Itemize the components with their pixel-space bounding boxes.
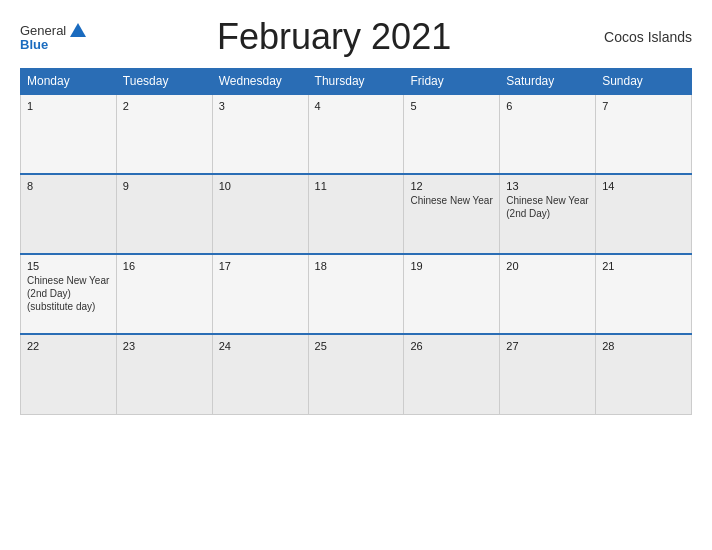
calendar-event: Chinese New Year xyxy=(410,194,493,207)
day-number: 3 xyxy=(219,100,302,112)
calendar-week-row: 1234567 xyxy=(21,94,692,174)
header-thursday: Thursday xyxy=(308,69,404,95)
calendar-week-row: 89101112Chinese New Year13Chinese New Ye… xyxy=(21,174,692,254)
header: General Blue February 2021 Cocos Islands xyxy=(20,16,692,58)
header-monday: Monday xyxy=(21,69,117,95)
calendar-day-cell: 25 xyxy=(308,334,404,414)
calendar-day-cell: 27 xyxy=(500,334,596,414)
calendar-day-cell: 18 xyxy=(308,254,404,334)
day-number: 16 xyxy=(123,260,206,272)
calendar-day-cell: 22 xyxy=(21,334,117,414)
calendar-day-cell: 2 xyxy=(116,94,212,174)
day-number: 27 xyxy=(506,340,589,352)
calendar-day-cell: 11 xyxy=(308,174,404,254)
day-number: 7 xyxy=(602,100,685,112)
calendar-day-cell: 17 xyxy=(212,254,308,334)
day-number: 15 xyxy=(27,260,110,272)
calendar-week-row: 15Chinese New Year(2nd Day)(substitute d… xyxy=(21,254,692,334)
calendar-day-cell: 26 xyxy=(404,334,500,414)
calendar-day-cell: 16 xyxy=(116,254,212,334)
region-label: Cocos Islands xyxy=(582,29,692,45)
calendar-day-cell: 21 xyxy=(596,254,692,334)
logo-blue-text: Blue xyxy=(20,38,48,51)
calendar-table: Monday Tuesday Wednesday Thursday Friday… xyxy=(20,68,692,415)
calendar-day-cell: 28 xyxy=(596,334,692,414)
calendar-week-row: 22232425262728 xyxy=(21,334,692,414)
calendar-event: (2nd Day) xyxy=(27,287,110,300)
day-number: 12 xyxy=(410,180,493,192)
day-number: 20 xyxy=(506,260,589,272)
day-number: 5 xyxy=(410,100,493,112)
header-tuesday: Tuesday xyxy=(116,69,212,95)
calendar-day-cell: 7 xyxy=(596,94,692,174)
day-number: 6 xyxy=(506,100,589,112)
day-number: 23 xyxy=(123,340,206,352)
calendar-day-cell: 3 xyxy=(212,94,308,174)
page: General Blue February 2021 Cocos Islands… xyxy=(0,0,712,550)
day-number: 19 xyxy=(410,260,493,272)
day-number: 8 xyxy=(27,180,110,192)
day-number: 14 xyxy=(602,180,685,192)
calendar-day-cell: 12Chinese New Year xyxy=(404,174,500,254)
day-number: 21 xyxy=(602,260,685,272)
header-saturday: Saturday xyxy=(500,69,596,95)
calendar-event: Chinese New Year xyxy=(27,274,110,287)
day-number: 4 xyxy=(315,100,398,112)
calendar-day-cell: 1 xyxy=(21,94,117,174)
day-number: 22 xyxy=(27,340,110,352)
logo-triangle-icon xyxy=(70,23,86,37)
day-number: 25 xyxy=(315,340,398,352)
calendar-event: Chinese New Year xyxy=(506,194,589,207)
header-wednesday: Wednesday xyxy=(212,69,308,95)
calendar-day-cell: 10 xyxy=(212,174,308,254)
calendar-day-cell: 13Chinese New Year(2nd Day) xyxy=(500,174,596,254)
weekday-header-row: Monday Tuesday Wednesday Thursday Friday… xyxy=(21,69,692,95)
day-number: 17 xyxy=(219,260,302,272)
day-number: 10 xyxy=(219,180,302,192)
day-number: 9 xyxy=(123,180,206,192)
logo-general-text: General xyxy=(20,24,66,37)
calendar-event: (substitute day) xyxy=(27,300,110,313)
day-number: 24 xyxy=(219,340,302,352)
day-number: 28 xyxy=(602,340,685,352)
day-number: 13 xyxy=(506,180,589,192)
calendar-title: February 2021 xyxy=(86,16,582,58)
logo: General Blue xyxy=(20,23,86,51)
calendar-event: (2nd Day) xyxy=(506,207,589,220)
day-number: 26 xyxy=(410,340,493,352)
calendar-day-cell: 4 xyxy=(308,94,404,174)
header-friday: Friday xyxy=(404,69,500,95)
calendar-day-cell: 23 xyxy=(116,334,212,414)
calendar-day-cell: 20 xyxy=(500,254,596,334)
calendar-day-cell: 14 xyxy=(596,174,692,254)
day-number: 18 xyxy=(315,260,398,272)
day-number: 2 xyxy=(123,100,206,112)
calendar-day-cell: 19 xyxy=(404,254,500,334)
calendar-day-cell: 8 xyxy=(21,174,117,254)
day-number: 1 xyxy=(27,100,110,112)
calendar-day-cell: 6 xyxy=(500,94,596,174)
calendar-day-cell: 5 xyxy=(404,94,500,174)
calendar-day-cell: 15Chinese New Year(2nd Day)(substitute d… xyxy=(21,254,117,334)
header-sunday: Sunday xyxy=(596,69,692,95)
calendar-day-cell: 9 xyxy=(116,174,212,254)
day-number: 11 xyxy=(315,180,398,192)
calendar-day-cell: 24 xyxy=(212,334,308,414)
